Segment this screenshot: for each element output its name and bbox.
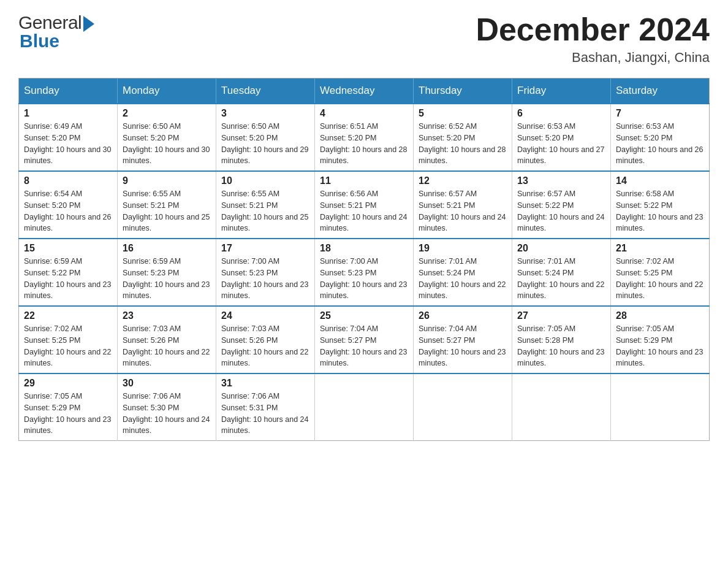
- day-info: Sunrise: 6:55 AM Sunset: 5:21 PM Dayligh…: [123, 188, 211, 234]
- calendar-table: Sunday Monday Tuesday Wednesday Thursday…: [18, 78, 710, 441]
- table-row: 20 Sunrise: 7:01 AM Sunset: 5:24 PM Dayl…: [512, 239, 611, 306]
- col-friday: Friday: [512, 79, 611, 104]
- day-number: 1: [24, 108, 112, 119]
- header-right: December 2024 Bashan, Jiangxi, China: [476, 12, 710, 66]
- day-number: 18: [320, 243, 408, 254]
- table-row: 17 Sunrise: 7:00 AM Sunset: 5:23 PM Dayl…: [216, 239, 315, 306]
- logo-general-text: General: [18, 12, 82, 33]
- day-number: 15: [24, 243, 112, 254]
- logo-blue-text: Blue: [20, 31, 59, 52]
- day-number: 30: [123, 378, 211, 389]
- day-info: Sunrise: 7:02 AM Sunset: 5:25 PM Dayligh…: [24, 323, 112, 369]
- table-row: 24 Sunrise: 7:03 AM Sunset: 5:26 PM Dayl…: [216, 306, 315, 373]
- table-row: 5 Sunrise: 6:52 AM Sunset: 5:20 PM Dayli…: [414, 104, 512, 171]
- table-row: 23 Sunrise: 7:03 AM Sunset: 5:26 PM Dayl…: [118, 306, 216, 373]
- day-number: 13: [517, 175, 605, 186]
- day-info: Sunrise: 6:59 AM Sunset: 5:22 PM Dayligh…: [24, 256, 112, 302]
- day-number: 23: [123, 310, 211, 321]
- day-info: Sunrise: 6:58 AM Sunset: 5:22 PM Dayligh…: [616, 188, 704, 234]
- day-number: 26: [419, 310, 507, 321]
- day-number: 6: [517, 108, 605, 119]
- day-number: 9: [123, 175, 211, 186]
- table-row: 31 Sunrise: 7:06 AM Sunset: 5:31 PM Dayl…: [216, 373, 315, 441]
- day-info: Sunrise: 7:05 AM Sunset: 5:29 PM Dayligh…: [616, 323, 704, 369]
- calendar-week-3: 15 Sunrise: 6:59 AM Sunset: 5:22 PM Dayl…: [19, 239, 710, 306]
- table-row: 14 Sunrise: 6:58 AM Sunset: 5:22 PM Dayl…: [611, 171, 710, 239]
- table-row: 25 Sunrise: 7:04 AM Sunset: 5:27 PM Dayl…: [315, 306, 414, 373]
- table-row: 4 Sunrise: 6:51 AM Sunset: 5:20 PM Dayli…: [315, 104, 414, 171]
- day-info: Sunrise: 6:54 AM Sunset: 5:20 PM Dayligh…: [24, 188, 112, 234]
- table-row: 6 Sunrise: 6:53 AM Sunset: 5:20 PM Dayli…: [512, 104, 611, 171]
- day-info: Sunrise: 7:06 AM Sunset: 5:31 PM Dayligh…: [221, 391, 309, 437]
- col-sunday: Sunday: [19, 79, 118, 104]
- day-number: 3: [221, 108, 309, 119]
- day-number: 25: [320, 310, 408, 321]
- day-number: 22: [24, 310, 112, 321]
- table-row: 8 Sunrise: 6:54 AM Sunset: 5:20 PM Dayli…: [19, 171, 118, 239]
- table-row: 2 Sunrise: 6:50 AM Sunset: 5:20 PM Dayli…: [118, 104, 216, 171]
- logo-arrow-icon: [83, 16, 94, 32]
- day-info: Sunrise: 7:00 AM Sunset: 5:23 PM Dayligh…: [320, 256, 408, 302]
- calendar-header-row: Sunday Monday Tuesday Wednesday Thursday…: [19, 79, 710, 104]
- day-info: Sunrise: 6:56 AM Sunset: 5:21 PM Dayligh…: [320, 188, 408, 234]
- table-row: 21 Sunrise: 7:02 AM Sunset: 5:25 PM Dayl…: [611, 239, 710, 306]
- day-info: Sunrise: 7:03 AM Sunset: 5:26 PM Dayligh…: [221, 323, 309, 369]
- table-row: 3 Sunrise: 6:50 AM Sunset: 5:20 PM Dayli…: [216, 104, 315, 171]
- table-row: 9 Sunrise: 6:55 AM Sunset: 5:21 PM Dayli…: [118, 171, 216, 239]
- day-number: 29: [24, 378, 112, 389]
- table-row: 16 Sunrise: 6:59 AM Sunset: 5:23 PM Dayl…: [118, 239, 216, 306]
- day-number: 20: [517, 243, 605, 254]
- day-info: Sunrise: 7:05 AM Sunset: 5:29 PM Dayligh…: [24, 391, 112, 437]
- table-row: [611, 373, 710, 441]
- day-info: Sunrise: 6:53 AM Sunset: 5:20 PM Dayligh…: [616, 121, 704, 167]
- calendar-week-4: 22 Sunrise: 7:02 AM Sunset: 5:25 PM Dayl…: [19, 306, 710, 373]
- day-number: 4: [320, 108, 408, 119]
- col-monday: Monday: [118, 79, 216, 104]
- col-saturday: Saturday: [611, 79, 710, 104]
- logo: General Blue: [18, 12, 94, 52]
- day-number: 5: [419, 108, 507, 119]
- table-row: 22 Sunrise: 7:02 AM Sunset: 5:25 PM Dayl…: [19, 306, 118, 373]
- day-number: 14: [616, 175, 704, 186]
- table-row: 27 Sunrise: 7:05 AM Sunset: 5:28 PM Dayl…: [512, 306, 611, 373]
- table-row: 30 Sunrise: 7:06 AM Sunset: 5:30 PM Dayl…: [118, 373, 216, 441]
- day-info: Sunrise: 7:04 AM Sunset: 5:27 PM Dayligh…: [419, 323, 507, 369]
- day-info: Sunrise: 6:51 AM Sunset: 5:20 PM Dayligh…: [320, 121, 408, 167]
- day-info: Sunrise: 6:59 AM Sunset: 5:23 PM Dayligh…: [123, 256, 211, 302]
- calendar-week-1: 1 Sunrise: 6:49 AM Sunset: 5:20 PM Dayli…: [19, 104, 710, 171]
- table-row: [512, 373, 611, 441]
- day-number: 27: [517, 310, 605, 321]
- col-thursday: Thursday: [414, 79, 512, 104]
- day-number: 10: [221, 175, 309, 186]
- table-row: 12 Sunrise: 6:57 AM Sunset: 5:21 PM Dayl…: [414, 171, 512, 239]
- day-number: 17: [221, 243, 309, 254]
- table-row: 18 Sunrise: 7:00 AM Sunset: 5:23 PM Dayl…: [315, 239, 414, 306]
- day-info: Sunrise: 7:02 AM Sunset: 5:25 PM Dayligh…: [616, 256, 704, 302]
- day-info: Sunrise: 6:57 AM Sunset: 5:22 PM Dayligh…: [517, 188, 605, 234]
- day-info: Sunrise: 7:04 AM Sunset: 5:27 PM Dayligh…: [320, 323, 408, 369]
- table-row: 11 Sunrise: 6:56 AM Sunset: 5:21 PM Dayl…: [315, 171, 414, 239]
- day-number: 21: [616, 243, 704, 254]
- day-info: Sunrise: 6:52 AM Sunset: 5:20 PM Dayligh…: [419, 121, 507, 167]
- day-info: Sunrise: 6:50 AM Sunset: 5:20 PM Dayligh…: [123, 121, 211, 167]
- calendar-week-5: 29 Sunrise: 7:05 AM Sunset: 5:29 PM Dayl…: [19, 373, 710, 441]
- day-number: 16: [123, 243, 211, 254]
- day-info: Sunrise: 7:03 AM Sunset: 5:26 PM Dayligh…: [123, 323, 211, 369]
- day-info: Sunrise: 6:57 AM Sunset: 5:21 PM Dayligh…: [419, 188, 507, 234]
- day-number: 19: [419, 243, 507, 254]
- day-info: Sunrise: 7:01 AM Sunset: 5:24 PM Dayligh…: [517, 256, 605, 302]
- day-info: Sunrise: 6:55 AM Sunset: 5:21 PM Dayligh…: [221, 188, 309, 234]
- calendar-week-2: 8 Sunrise: 6:54 AM Sunset: 5:20 PM Dayli…: [19, 171, 710, 239]
- day-number: 8: [24, 175, 112, 186]
- day-info: Sunrise: 6:53 AM Sunset: 5:20 PM Dayligh…: [517, 121, 605, 167]
- table-row: 26 Sunrise: 7:04 AM Sunset: 5:27 PM Dayl…: [414, 306, 512, 373]
- table-row: [414, 373, 512, 441]
- day-info: Sunrise: 6:49 AM Sunset: 5:20 PM Dayligh…: [24, 121, 112, 167]
- table-row: 15 Sunrise: 6:59 AM Sunset: 5:22 PM Dayl…: [19, 239, 118, 306]
- day-number: 7: [616, 108, 704, 119]
- table-row: 29 Sunrise: 7:05 AM Sunset: 5:29 PM Dayl…: [19, 373, 118, 441]
- day-info: Sunrise: 7:00 AM Sunset: 5:23 PM Dayligh…: [221, 256, 309, 302]
- day-number: 12: [419, 175, 507, 186]
- table-row: [315, 373, 414, 441]
- day-number: 11: [320, 175, 408, 186]
